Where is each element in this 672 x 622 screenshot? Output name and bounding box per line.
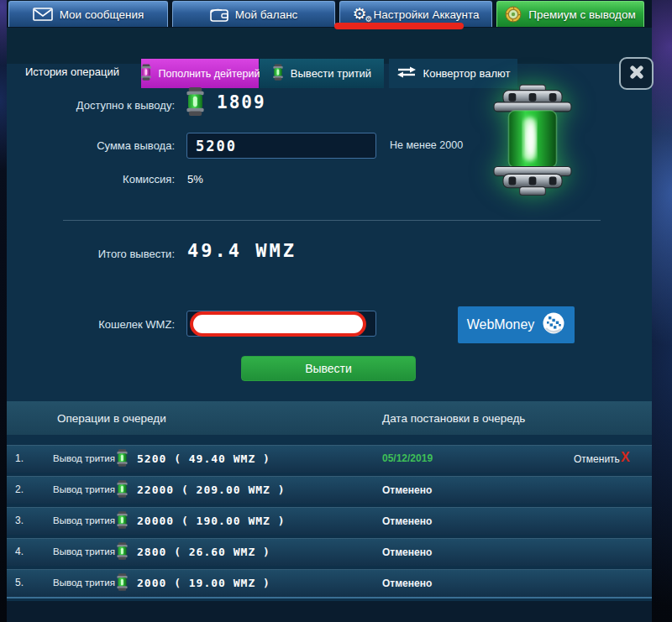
cancel-link[interactable]: Отменить	[574, 453, 620, 465]
tab-my-messages[interactable]: Мои сообщения	[8, 1, 168, 27]
webmoney-logo-icon	[542, 311, 565, 338]
subtab-withdraw-tritium[interactable]: Вывести тритий	[260, 59, 384, 88]
envelope-icon	[33, 8, 53, 21]
subtab-label: История операций	[25, 65, 119, 78]
row-number: 4.	[15, 546, 24, 557]
subtab-topup-deuterium[interactable]: Пополнить дейтерий	[141, 59, 259, 88]
tritium-capsule-icon	[116, 542, 129, 563]
webmoney-label: WebMoney	[467, 317, 535, 332]
row-type-label: Вывод трития	[53, 453, 115, 463]
tritium-capsule-icon	[116, 511, 129, 532]
tritium-capsule-icon	[272, 64, 284, 83]
tab-label: Премиум с выводом	[528, 8, 635, 21]
wallet-label: Кошелек WMZ:	[24, 318, 175, 331]
subtab-label: Пополнить дейтерий	[159, 68, 260, 80]
deuterium-capsule-icon	[140, 64, 152, 83]
row-amount: 20000 ( 190.00 WMZ )	[137, 515, 286, 527]
row-status: Отменено	[382, 546, 432, 558]
tab-label: Мой баланс	[235, 8, 298, 21]
gear-icon: ⚙⚙	[352, 6, 366, 22]
amount-input[interactable]	[186, 133, 376, 159]
row-amount: 22000 ( 209.00 WMZ )	[137, 483, 286, 496]
top-nav: Мои сообщения Мой баланс ⚙⚙ Настройки Ак…	[7, 0, 652, 28]
tritium-capsule-icon	[116, 449, 129, 470]
amount-hint: Не менее 2000	[390, 139, 463, 151]
tab-premium-withdraw[interactable]: Премиум с выводом	[496, 1, 644, 27]
row-status: Отменено	[382, 578, 432, 589]
queue-col-date: Дата постановки в очередь	[382, 412, 525, 425]
panel-bottom-strip	[7, 601, 652, 622]
screen: Мои сообщения Мой баланс ⚙⚙ Настройки Ак…	[0, 0, 672, 622]
row-type-label: Вывод трития	[53, 515, 115, 525]
premium-withdraw-panel: Мои сообщения Мой баланс ⚙⚙ Настройки Ак…	[7, 0, 652, 601]
tritium-capsule-icon	[185, 87, 206, 119]
queue-row: 3. Вывод трития 20000 ( 190.00 WMZ ) Отм…	[7, 507, 652, 535]
row-number: 2.	[15, 483, 24, 495]
total-value: 49.4 WMZ	[187, 240, 297, 261]
close-button[interactable]	[619, 57, 654, 90]
withdraw-button[interactable]: Вывести	[241, 356, 416, 381]
tritium-capsule-image	[477, 84, 588, 203]
subtab-operations-history[interactable]: История операций	[25, 65, 119, 78]
row-amount: 2000 ( 19.00 WMZ )	[137, 577, 270, 589]
amount-label: Сумма вывода:	[24, 139, 175, 152]
wallet-icon	[210, 8, 228, 22]
wallet-redaction-annotation	[190, 311, 366, 337]
row-amount: 2800 ( 26.60 WMZ )	[137, 546, 270, 558]
available-label: Доступно к выводу:	[24, 99, 175, 112]
tritium-capsule-icon	[116, 573, 129, 594]
queue-row: 5. Вывод трития 2000 ( 19.00 WMZ ) Отмен…	[7, 569, 652, 597]
total-label: Итого вывести:	[24, 248, 175, 260]
commission-value: 5%	[187, 173, 203, 186]
cancel-x-icon[interactable]: X	[621, 450, 630, 465]
queue-row: 1. Вывод трития 5200 ( 49.40 WMZ ) 05/12…	[7, 445, 652, 473]
tab-label: Мои сообщения	[60, 8, 144, 21]
row-amount: 5200 ( 49.40 WMZ )	[137, 452, 270, 465]
row-number: 1.	[15, 452, 24, 464]
subtab-label: Конвертор валют	[423, 67, 511, 80]
commission-label: Комиссия:	[24, 173, 175, 186]
row-number: 3.	[15, 515, 24, 526]
row-status: Отменено	[382, 515, 432, 527]
row-type-label: Вывод трития	[53, 578, 115, 588]
webmoney-button[interactable]: WebMoney	[458, 306, 575, 343]
tab-my-balance[interactable]: Мой баланс	[172, 1, 335, 27]
queue-col-operations: Операции в очереди	[57, 412, 166, 425]
close-icon	[628, 64, 645, 84]
swap-arrows-icon	[396, 66, 417, 81]
queue-row: 4. Вывод трития 2800 ( 26.60 WMZ ) Отмен…	[7, 538, 652, 566]
queue-row: 2. Вывод трития 22000 ( 209.00 WMZ ) Отм…	[7, 476, 652, 504]
queue-header: Операции в очереди Дата постановки в оче…	[7, 401, 652, 435]
medal-icon	[505, 6, 522, 23]
row-type-label: Вывод трития	[53, 484, 115, 494]
row-date: 05/12/2019	[382, 452, 433, 464]
section-divider	[63, 220, 601, 221]
date-underline-annotation	[334, 23, 464, 29]
tritium-capsule-icon	[116, 480, 129, 501]
available-value: 1809	[217, 92, 266, 112]
sub-nav: История операций Пополнить дейтерий Выве…	[7, 28, 652, 64]
tab-label: Настройки Аккаунта	[373, 8, 479, 21]
subtab-label: Вывести тритий	[291, 67, 371, 80]
row-type-label: Вывод трития	[53, 546, 115, 557]
row-status: Отменено	[382, 484, 432, 496]
panel-bottom-edge	[7, 597, 652, 598]
row-number: 5.	[15, 577, 24, 588]
